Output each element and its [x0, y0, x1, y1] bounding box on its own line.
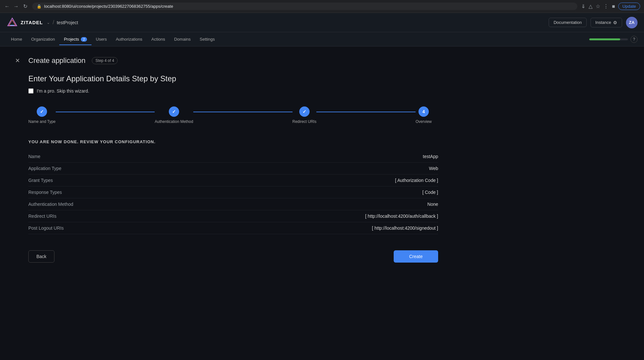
- documentation-button[interactable]: Documentation: [549, 18, 586, 27]
- project-name[interactable]: testProject: [57, 20, 78, 25]
- step-3: ✓ Redirect URIs: [293, 106, 317, 124]
- pro-checkbox-row: I'm a pro. Skip this wizard.: [28, 88, 438, 94]
- review-value-name: testApp: [423, 154, 438, 159]
- review-value-post-logout: [ http://localhost:4200/signedout ]: [372, 225, 438, 231]
- app-header: ZITADEL ⌄ / testProject Documentation In…: [0, 13, 644, 32]
- app-name: ZITADEL: [21, 20, 43, 25]
- extensions-icon[interactable]: ■: [612, 4, 615, 9]
- step-2: ✓ Authentication Method: [155, 106, 193, 124]
- stepper: ✓ Name and Type ✓ Authentication Method …: [28, 106, 432, 124]
- step-3-circle: ✓: [299, 106, 310, 117]
- step-4: 4 Overview: [416, 106, 432, 124]
- review-value-app-type: Web: [429, 166, 438, 171]
- review-value-grant-types: [ Authorization Code ]: [395, 178, 438, 183]
- gear-icon: ⚙: [613, 20, 617, 25]
- review-label-grant-types: Grant Types: [28, 178, 93, 183]
- pro-label[interactable]: I'm a pro. Skip this wizard.: [37, 88, 89, 94]
- update-button[interactable]: Update: [618, 3, 640, 10]
- breadcrumb-separator: /: [53, 19, 54, 26]
- progress-bar-track: [589, 38, 628, 40]
- step-4-label: Overview: [416, 119, 432, 124]
- review-row-name: Name testApp: [28, 151, 438, 163]
- tab-home[interactable]: Home: [6, 34, 27, 45]
- step-2-label: Authentication Method: [155, 119, 193, 124]
- close-button[interactable]: ✕: [13, 56, 22, 65]
- progress-bar-fill: [589, 38, 620, 40]
- browser-nav-icons: ← → ↻: [4, 3, 28, 10]
- step-1-label: Name and Type: [28, 119, 56, 124]
- review-value-redirect-uris: [ http://localhost:4200/auth/callback ]: [365, 214, 438, 219]
- review-row-auth-method: Authentication Method None: [28, 198, 438, 210]
- wizard-title: Enter Your Application Details Step by S…: [28, 74, 438, 83]
- logo-icon: [6, 17, 18, 28]
- review-row-post-logout: Post Logout URIs [ http://localhost:4200…: [28, 222, 438, 234]
- step-1: ✓ Name and Type: [28, 106, 56, 124]
- tab-settings[interactable]: Settings: [195, 34, 219, 45]
- help-icon[interactable]: ?: [630, 36, 638, 43]
- forward-nav-icon[interactable]: →: [13, 3, 19, 10]
- header-actions: Documentation Instance ⚙ ZA: [549, 17, 638, 28]
- tab-domains[interactable]: Domains: [169, 34, 195, 45]
- step-line-2: [193, 112, 293, 112]
- review-label-redirect-uris: Redirect URIs: [28, 214, 93, 219]
- review-value-auth-method: None: [428, 202, 438, 207]
- bookmark-icon[interactable]: ☆: [596, 3, 600, 9]
- download-icon[interactable]: ⇓: [581, 3, 585, 9]
- lock-icon: 🔒: [37, 4, 42, 9]
- step-line-1: [56, 112, 155, 112]
- dialog-header: ✕ Create application Step 4 of 4: [13, 56, 438, 65]
- dialog-title: Create application: [28, 56, 85, 65]
- step-1-circle: ✓: [37, 106, 47, 117]
- tab-organization[interactable]: Organization: [27, 34, 60, 45]
- menu-icon[interactable]: ⋮: [603, 3, 609, 9]
- review-label-name: Name: [28, 154, 93, 159]
- action-buttons: Back Create: [28, 250, 438, 263]
- back-nav-icon[interactable]: ←: [4, 3, 10, 10]
- review-row-redirect-uris: Redirect URIs [ http://localhost:4200/au…: [28, 210, 438, 222]
- logo-area[interactable]: ZITADEL ⌄: [6, 17, 50, 28]
- projects-badge: 2: [81, 37, 87, 42]
- address-bar[interactable]: 🔒 localhost:8080/ui/console/projects/230…: [32, 3, 577, 10]
- tab-projects[interactable]: Projects 2: [59, 34, 91, 45]
- browser-bar: ← → ↻ 🔒 localhost:8080/ui/console/projec…: [0, 0, 644, 13]
- instance-label: Instance: [595, 20, 611, 25]
- progress-bar-area: ?: [589, 36, 638, 43]
- instance-button[interactable]: Instance ⚙: [591, 18, 622, 27]
- tab-users[interactable]: Users: [91, 34, 111, 45]
- step-line-3: [316, 112, 416, 112]
- step-4-circle: 4: [418, 106, 429, 117]
- review-label-auth-method: Authentication Method: [28, 202, 93, 207]
- create-button[interactable]: Create: [394, 250, 438, 263]
- review-value-response-types: [ Code ]: [422, 190, 438, 195]
- review-heading: YOU ARE NOW DONE. REVIEW YOUR CONFIGURAT…: [28, 139, 438, 144]
- tab-actions[interactable]: Actions: [147, 34, 170, 45]
- share-icon[interactable]: △: [589, 3, 592, 9]
- step-badge: Step 4 of 4: [92, 57, 118, 64]
- browser-actions: ⇓ △ ☆ ⋮ ■ Update: [581, 3, 640, 10]
- review-row-grant-types: Grant Types [ Authorization Code ]: [28, 175, 438, 186]
- pro-checkbox[interactable]: [28, 88, 34, 94]
- reload-icon[interactable]: ↻: [22, 3, 28, 10]
- step-2-circle: ✓: [169, 106, 179, 117]
- expand-icon[interactable]: ⌄: [47, 20, 50, 25]
- svg-marker-1: [9, 20, 15, 25]
- review-section: YOU ARE NOW DONE. REVIEW YOUR CONFIGURAT…: [28, 139, 438, 234]
- step-3-label: Redirect URIs: [293, 119, 317, 124]
- back-button[interactable]: Back: [28, 250, 54, 263]
- tab-authorizations[interactable]: Authorizations: [111, 34, 147, 45]
- nav-tabs: Home Organization Projects 2 Users Autho…: [0, 32, 644, 46]
- review-label-post-logout: Post Logout URIs: [28, 225, 93, 231]
- url-text: localhost:8080/ui/console/projects/23039…: [44, 4, 173, 9]
- review-label-response-types: Response Types: [28, 190, 93, 195]
- review-label-app-type: Application Type: [28, 166, 93, 171]
- review-row-response-types: Response Types [ Code ]: [28, 186, 438, 198]
- review-row-app-type: Application Type Web: [28, 163, 438, 175]
- avatar[interactable]: ZA: [626, 17, 638, 28]
- main-content: ✕ Create application Step 4 of 4 Enter Y…: [0, 46, 451, 272]
